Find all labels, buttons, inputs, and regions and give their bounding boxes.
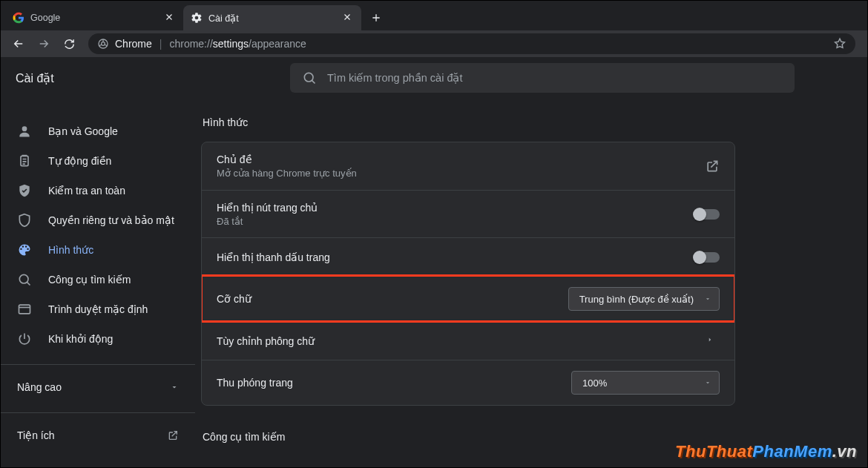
palette-icon — [17, 243, 32, 257]
svg-point-2 — [304, 73, 313, 82]
settings-sidebar: Bạn và Google Tự động điền Kiểm tra an t… — [1, 99, 201, 467]
settings-search[interactable] — [290, 63, 795, 93]
settings-header: Cài đặt — [1, 57, 867, 99]
browser-icon — [17, 302, 32, 317]
chevron-right-icon — [706, 334, 720, 348]
font-size-select[interactable]: Trung bình (Được đề xuất) — [568, 287, 720, 311]
reload-button[interactable] — [59, 33, 79, 54]
chrome-page-icon — [97, 38, 109, 50]
svg-point-1 — [102, 42, 105, 46]
row-home-button[interactable]: Hiển thị nút trang chủ Đã tắt — [202, 190, 734, 237]
toggle-bookmarks-bar[interactable] — [694, 252, 720, 263]
close-icon[interactable] — [342, 12, 354, 24]
shield-check-icon — [17, 183, 32, 198]
row-label: Chủ đề — [217, 154, 693, 165]
tab-google[interactable]: Google — [5, 5, 183, 30]
sidebar-item-autofill[interactable]: Tự động điền — [1, 146, 195, 176]
url-part: /appearance — [249, 38, 306, 50]
svg-point-3 — [22, 126, 27, 131]
row-font-size[interactable]: Cỡ chữ Trung bình (Được đề xuất) — [202, 276, 734, 321]
url-part: settings — [213, 38, 249, 50]
tab-title: Google — [30, 13, 158, 23]
sidebar-item-label: Công cụ tìm kiếm — [48, 274, 188, 286]
tab-title: Cài đặt — [208, 13, 336, 24]
open-external-icon — [705, 159, 720, 174]
page-title: Cài đặt — [16, 71, 260, 85]
page-zoom-select[interactable]: 100% — [571, 371, 720, 395]
toggle-home-button[interactable] — [694, 209, 720, 220]
row-theme[interactable]: Chủ đề Mở cửa hàng Chrome trực tuyến — [202, 142, 734, 190]
url-scheme: Chrome — [115, 38, 152, 50]
sidebar-item-default-browser[interactable]: Trình duyệt mặc định — [1, 294, 195, 324]
sidebar-item-label: Tự động điền — [48, 155, 188, 167]
select-value: 100% — [582, 378, 607, 389]
chevron-down-icon — [170, 383, 179, 392]
row-label: Hiển thị nút trang chủ — [217, 202, 683, 214]
gear-icon — [191, 12, 203, 24]
row-sublabel: Đã tắt — [217, 216, 683, 227]
google-favicon — [13, 12, 24, 24]
tab-strip: Google Cài đặt — [1, 1, 867, 30]
sidebar-item-label: Nâng cao — [17, 381, 154, 393]
caret-down-icon — [704, 379, 711, 386]
row-label: Hiển thị thanh dấu trang — [217, 251, 683, 263]
section-title-search-engine: Công cụ tìm kiếm — [203, 431, 735, 443]
sidebar-item-label: Bạn và Google — [48, 125, 188, 137]
address-bar[interactable]: Chrome | chrome://settings/appearance — [88, 33, 855, 54]
clipboard-icon — [17, 154, 32, 168]
caret-down-icon — [704, 295, 711, 303]
section-title-appearance: Hình thức — [203, 116, 735, 128]
open-external-icon — [167, 429, 179, 441]
settings-page: Cài đặt Bạn và Google Tự động điền — [1, 57, 867, 467]
sidebar-item-advanced[interactable]: Nâng cao — [1, 372, 195, 402]
back-button[interactable] — [8, 33, 29, 54]
sidebar-item-you-and-google[interactable]: Bạn và Google — [1, 116, 195, 146]
row-page-zoom[interactable]: Thu phóng trang 100% — [202, 360, 734, 405]
sidebar-item-label: Kiểm tra an toàn — [48, 185, 188, 197]
sidebar-divider — [1, 412, 195, 413]
bookmark-star-icon[interactable] — [833, 37, 846, 50]
power-icon — [17, 332, 32, 346]
search-icon — [302, 70, 317, 85]
browser-window: Google Cài đặt — [0, 0, 868, 468]
close-icon[interactable] — [164, 12, 176, 24]
tab-settings[interactable]: Cài đặt — [183, 5, 361, 30]
sidebar-item-label: Quyền riêng tư và bảo mật — [48, 214, 188, 226]
new-tab-button[interactable] — [366, 7, 387, 28]
sidebar-item-label: Khi khởi động — [48, 333, 188, 345]
shield-icon — [17, 213, 32, 228]
browser-toolbar: Chrome | chrome://settings/appearance — [1, 30, 867, 57]
appearance-card: Chủ đề Mở cửa hàng Chrome trực tuyến Hiể… — [201, 142, 735, 406]
svg-rect-6 — [19, 305, 30, 314]
svg-point-5 — [19, 274, 28, 283]
sidebar-item-label: Hình thức — [48, 244, 188, 256]
row-customize-fonts[interactable]: Tùy chỉnh phông chữ — [202, 321, 734, 360]
url-part: chrome:// — [169, 38, 212, 50]
row-bookmarks-bar[interactable]: Hiển thị thanh dấu trang — [202, 237, 734, 276]
sidebar-item-on-startup[interactable]: Khi khởi động — [1, 324, 195, 354]
row-sublabel: Mở cửa hàng Chrome trực tuyến — [217, 168, 693, 179]
sidebar-item-label: Trình duyệt mặc định — [48, 303, 188, 315]
search-icon — [17, 272, 32, 287]
sidebar-divider — [1, 364, 195, 365]
settings-search-input[interactable] — [327, 72, 783, 84]
sidebar-item-safety-check[interactable]: Kiểm tra an toàn — [1, 176, 195, 205]
row-label: Cỡ chữ — [217, 293, 556, 305]
settings-main: Hình thức Chủ đề Mở cửa hàng Chrome trực… — [201, 99, 867, 467]
forward-button[interactable] — [33, 33, 54, 54]
sidebar-item-appearance[interactable]: Hình thức — [1, 235, 195, 265]
person-icon — [17, 124, 32, 139]
row-label: Tùy chỉnh phông chữ — [217, 335, 694, 347]
sidebar-item-search-engine[interactable]: Công cụ tìm kiếm — [1, 265, 195, 294]
row-label: Thu phóng trang — [217, 377, 559, 389]
sidebar-item-extensions[interactable]: Tiện ích — [1, 421, 195, 450]
select-value: Trung bình (Được đề xuất) — [579, 294, 694, 305]
sidebar-item-privacy[interactable]: Quyền riêng tư và bảo mật — [1, 205, 195, 235]
sidebar-item-label: Tiện ích — [17, 429, 151, 441]
